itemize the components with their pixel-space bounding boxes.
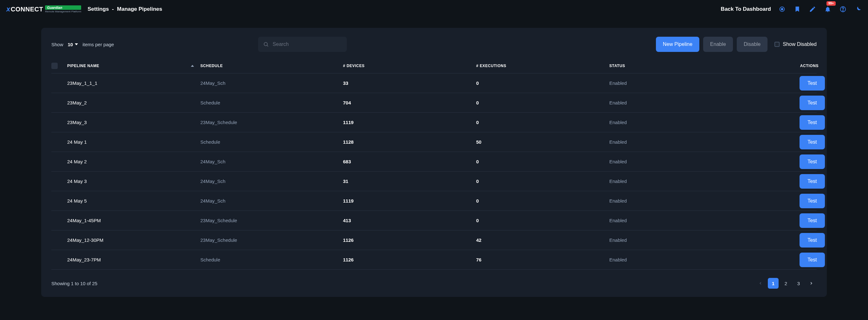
table-row[interactable]: 24 May 224May_Sch6830EnabledTest — [51, 152, 817, 172]
logo-guardian: Guardian — [45, 5, 81, 10]
cell-actions: Test — [762, 253, 838, 267]
logo-tagline: Remote Management Platform — [45, 10, 81, 13]
chevron-down-icon — [75, 43, 78, 45]
cell-schedule: 23May_Schedule — [200, 218, 343, 223]
test-button[interactable]: Test — [800, 233, 825, 248]
table-row[interactable]: 24 May 324May_Sch310EnabledTest — [51, 172, 817, 191]
logo[interactable]: xCONNECT Guardian Remote Management Plat… — [6, 5, 81, 13]
cell-executions: 50 — [476, 139, 609, 145]
cell-executions: 0 — [476, 179, 609, 184]
cell-status: Enabled — [609, 120, 762, 125]
cell-devices: 413 — [343, 218, 476, 223]
table-row[interactable]: 23May_1_1_124May_Sch330EnabledTest — [51, 73, 817, 93]
cell-devices: 33 — [343, 80, 476, 86]
cell-name: 24May_12-30PM — [67, 237, 200, 243]
topbar-left: xCONNECT Guardian Remote Management Plat… — [6, 5, 162, 13]
table-row[interactable]: 23May_323May_Schedule11190EnabledTest — [51, 113, 817, 132]
test-button[interactable]: Test — [800, 174, 825, 189]
cell-status: Enabled — [609, 139, 762, 145]
cell-executions: 42 — [476, 237, 609, 243]
col-schedule[interactable]: Schedule — [200, 64, 343, 68]
test-button[interactable]: Test — [800, 213, 825, 228]
sort-asc-icon — [191, 65, 194, 67]
breadcrumb-settings[interactable]: Settings — [88, 6, 109, 12]
page-1[interactable]: 1 — [768, 278, 779, 289]
back-to-dashboard-link[interactable]: Back To Dashboard — [721, 6, 771, 12]
pagination: 123 — [755, 278, 817, 289]
col-executions[interactable]: # Executions — [476, 64, 609, 68]
page-size-dropdown[interactable]: 10 — [68, 42, 78, 47]
table-row[interactable]: 23May_2Schedule7040EnabledTest — [51, 93, 817, 113]
search-input[interactable] — [258, 37, 347, 52]
target-icon[interactable] — [779, 6, 785, 13]
col-status[interactable]: Status — [609, 64, 762, 68]
cell-schedule: Schedule — [200, 100, 343, 105]
table-row[interactable]: 24May_23-7PMSchedule112676EnabledTest — [51, 250, 817, 270]
enable-button[interactable]: Enable — [703, 37, 733, 52]
cell-executions: 76 — [476, 257, 609, 262]
page-size-control: Show 10 items per page — [51, 42, 114, 47]
cell-schedule: Schedule — [200, 257, 343, 262]
test-button[interactable]: Test — [800, 253, 825, 267]
test-button[interactable]: Test — [800, 194, 825, 208]
col-devices[interactable]: # Devices — [343, 64, 476, 68]
table-footer: Showing 1 to 10 of 25 123 — [51, 278, 817, 289]
cell-schedule: 24May_Sch — [200, 80, 343, 86]
cell-name: 24 May 2 — [67, 159, 200, 164]
cell-name: 24 May 5 — [67, 198, 200, 204]
cell-executions: 0 — [476, 80, 609, 86]
show-disabled-toggle[interactable]: Show Disabled — [774, 41, 817, 47]
pipelines-panel: Show 10 items per page New Pipeline Enab… — [41, 28, 827, 297]
cell-status: Enabled — [609, 80, 762, 86]
topbar-right: Back To Dashboard 99+ — [721, 6, 862, 13]
cell-actions: Test — [762, 194, 838, 208]
breadcrumb-manage-pipelines[interactable]: Manage Pipelines — [117, 6, 162, 12]
cell-actions: Test — [762, 96, 838, 110]
test-button[interactable]: Test — [800, 76, 825, 91]
cell-actions: Test — [762, 76, 838, 91]
cell-name: 24May_23-7PM — [67, 257, 200, 262]
cell-status: Enabled — [609, 198, 762, 204]
show-disabled-label: Show Disabled — [783, 41, 817, 47]
notifications-icon[interactable]: 99+ — [824, 6, 831, 13]
logo-sub: Guardian Remote Management Platform — [45, 5, 81, 13]
table-header: Pipeline Name Schedule # Devices # Execu… — [51, 58, 817, 73]
col-name[interactable]: Pipeline Name — [67, 64, 200, 68]
table-row[interactable]: 24May_12-30PM23May_Schedule112642Enabled… — [51, 230, 817, 250]
dark-mode-icon[interactable] — [855, 6, 862, 13]
table-row[interactable]: 24 May 1Schedule112850EnabledTest — [51, 132, 817, 152]
select-all-checkbox[interactable] — [51, 63, 58, 69]
cell-schedule: 23May_Schedule — [200, 120, 343, 125]
cell-devices: 1128 — [343, 139, 476, 145]
test-button[interactable]: Test — [800, 115, 825, 130]
disable-button[interactable]: Disable — [737, 37, 768, 52]
cell-devices: 704 — [343, 100, 476, 105]
page-2[interactable]: 2 — [780, 278, 791, 289]
page-prev[interactable] — [755, 278, 766, 289]
cell-status: Enabled — [609, 100, 762, 105]
table-row[interactable]: 24May_1-45PM23May_Schedule4130EnabledTes… — [51, 211, 817, 230]
notifications-badge: 99+ — [827, 1, 836, 6]
test-button[interactable]: Test — [800, 96, 825, 110]
cell-schedule: 24May_Sch — [200, 179, 343, 184]
page-3[interactable]: 3 — [793, 278, 804, 289]
cell-schedule: 24May_Sch — [200, 198, 343, 204]
test-button[interactable]: Test — [800, 135, 825, 149]
test-button[interactable]: Test — [800, 154, 825, 169]
items-per-page-label: items per page — [83, 42, 114, 47]
help-icon[interactable] — [839, 6, 846, 13]
cell-devices: 31 — [343, 179, 476, 184]
edit-icon[interactable] — [809, 6, 816, 13]
cell-executions: 0 — [476, 159, 609, 164]
svg-point-3 — [843, 10, 843, 11]
table-row[interactable]: 24 May 524May_Sch11190EnabledTest — [51, 191, 817, 211]
cell-status: Enabled — [609, 179, 762, 184]
showing-range: Showing 1 to 10 of 25 — [51, 281, 97, 286]
new-pipeline-button[interactable]: New Pipeline — [656, 37, 699, 52]
cell-schedule: 23May_Schedule — [200, 237, 343, 243]
page-next[interactable] — [806, 278, 817, 289]
select-all-cell — [51, 63, 67, 69]
controls-row: Show 10 items per page New Pipeline Enab… — [51, 37, 817, 52]
bookmark-icon[interactable] — [794, 6, 801, 13]
cell-devices: 1126 — [343, 257, 476, 262]
